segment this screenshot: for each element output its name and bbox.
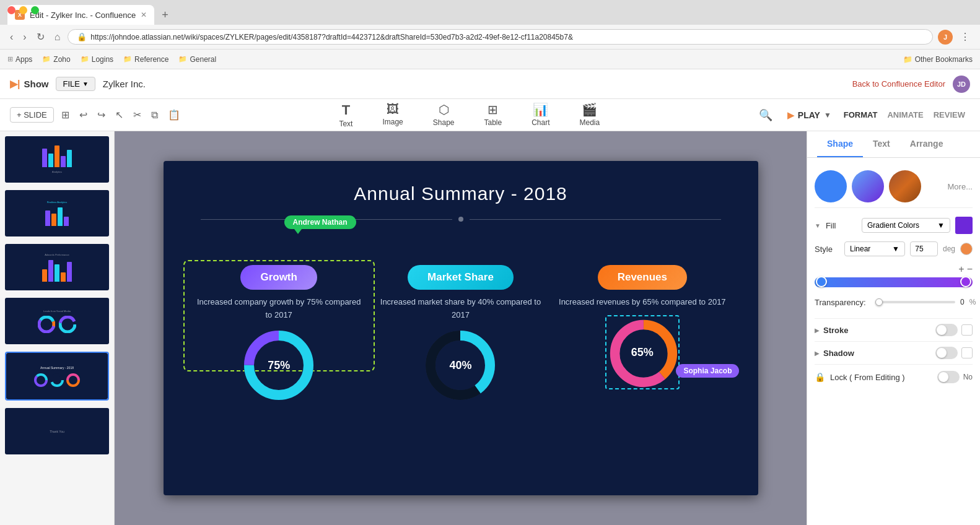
other-bookmarks[interactable]: 📁 Other Bookmarks — [903, 55, 973, 64]
revenue-donut-selected[interactable]: 65% — [605, 315, 680, 389]
format-tab[interactable]: FORMAT — [844, 110, 878, 119]
shadow-toggle[interactable] — [935, 347, 958, 359]
home-button[interactable]: ⌂ — [52, 32, 63, 43]
market-text: Increased market share by 40% compared t… — [376, 296, 545, 322]
gradient-bar[interactable] — [815, 277, 973, 287]
color-dot-picker[interactable] — [960, 243, 973, 255]
lock-label: Lock ( From Editing ) — [830, 373, 937, 382]
bookmark-bar: ⊞ Apps 📁 Zoho 📁 Logins 📁 Reference 📁 Gen… — [0, 50, 980, 69]
slide-thumb-4[interactable]: 4 Realtime Analytics — [5, 190, 109, 236]
slide-thumb-3[interactable]: 3 Analytics — [5, 136, 109, 183]
tab-label: Edit - Zylker Inc. - Confluence — [30, 11, 136, 20]
gradient-add-button[interactable]: + — [958, 264, 964, 275]
color-swatch-blue-grad[interactable] — [852, 170, 884, 202]
stroke-checkbox[interactable] — [961, 324, 973, 336]
add-slide-label: + SLIDE — [17, 110, 47, 119]
bookmark-zoho[interactable]: 📁 Zoho — [42, 55, 70, 64]
animate-tab[interactable]: ANIMATE — [887, 110, 923, 119]
slide-canvas[interactable]: Annual Summary - 2018 Andrew Nathan — [164, 161, 758, 495]
lock-toggle-thumb — [938, 372, 948, 382]
tab-close-button[interactable]: ✕ — [141, 11, 147, 19]
gradient-handle-right[interactable] — [960, 276, 971, 287]
gradient-remove-button[interactable]: − — [967, 264, 973, 275]
annotation-sophia-jacob: Sophia Jacob — [676, 364, 739, 378]
transparency-unit: % — [969, 298, 976, 306]
maximize-window-button[interactable] — [31, 6, 39, 14]
shadow-expand-icon[interactable]: ▶ — [815, 350, 820, 357]
gradient-add-row: + − — [815, 264, 973, 275]
fill-label: Fill — [826, 221, 857, 230]
tab-arrange[interactable]: Arrange — [900, 131, 953, 157]
back-button[interactable]: ‹ — [7, 32, 15, 43]
bookmark-logins[interactable]: 📁 Logins — [81, 55, 113, 64]
shadow-checkbox[interactable] — [961, 347, 973, 358]
close-window-button[interactable] — [7, 6, 15, 14]
style-chevron: ▼ — [892, 245, 899, 253]
format-subtabs: Shape Text Arrange — [807, 131, 980, 158]
right-panel: Shape Text Arrange More... ▼ Fill Gradie… — [807, 131, 980, 525]
lock-toggle[interactable] — [937, 371, 960, 383]
style-value-select[interactable]: Linear ▼ — [844, 241, 905, 256]
degree-input[interactable] — [910, 241, 938, 256]
shape-icon: ⬡ — [439, 102, 449, 117]
market-donut: 40% — [423, 328, 497, 402]
more-colors-link[interactable]: More... — [948, 182, 973, 191]
back-to-editor-button[interactable]: Back to Confluence Editor — [852, 79, 945, 89]
slide-toolbar: + SLIDE ⊞ ↩ ↪ ↖ ✂ ⧉ 📋 T Text 🖼 Image ⬡ S… — [0, 99, 980, 131]
play-button[interactable]: ▶ PLAY ▼ — [780, 106, 839, 124]
chart-tool[interactable]: 📊 Chart — [524, 100, 557, 131]
undo-button[interactable]: ↩ — [77, 106, 90, 123]
cards-row: Growth Increased company growth by 75% c… — [164, 259, 758, 402]
tab-shape[interactable]: Shape — [817, 131, 863, 157]
growth-donut: 75% — [242, 328, 316, 402]
settings-button[interactable]: ⋮ — [958, 31, 973, 43]
copy-button[interactable]: ⧉ — [149, 107, 160, 123]
slide-thumb-6[interactable]: 6 Leads from Social Media — [5, 298, 109, 344]
transparency-slider[interactable] — [875, 301, 955, 303]
review-tab[interactable]: REVIEW — [934, 110, 965, 119]
cut-button[interactable]: ✂ — [131, 106, 144, 123]
paste-button[interactable]: 📋 — [165, 106, 183, 123]
file-menu-button[interactable]: FILE ▼ — [56, 77, 95, 91]
profile-icon[interactable]: J — [938, 30, 953, 45]
layout-button[interactable]: ⊞ — [59, 106, 72, 123]
main-area: 3 Analytics 4 Realtime Analytics — [0, 131, 980, 525]
redo-button[interactable]: ↪ — [95, 106, 108, 123]
minimize-window-button[interactable] — [19, 6, 27, 14]
pointer-button[interactable]: ↖ — [113, 106, 126, 123]
fill-type-select[interactable]: Gradient Colors ▼ — [862, 218, 950, 233]
show-button[interactable]: ▶| Show — [10, 78, 48, 90]
bookmark-apps[interactable]: ⊞ Apps — [7, 55, 32, 64]
forward-button[interactable]: › — [20, 32, 28, 43]
address-bar[interactable]: 🔒 https://johndoe.atlassian.net/wiki/spa… — [68, 29, 933, 45]
add-slide-button[interactable]: + SLIDE — [10, 107, 54, 123]
refresh-button[interactable]: ↻ — [34, 31, 47, 43]
bookmark-general[interactable]: 📁 General — [178, 55, 216, 64]
degree-unit: deg — [943, 245, 955, 253]
color-swatch-blue[interactable] — [815, 170, 847, 202]
table-tool[interactable]: ⊞ Table — [476, 100, 509, 131]
gradient-handle-left[interactable] — [816, 276, 827, 287]
stroke-toggle[interactable] — [935, 324, 958, 336]
fill-expand-icon[interactable]: ▼ — [815, 222, 821, 229]
new-tab-button[interactable]: + — [157, 9, 173, 22]
stroke-label: Stroke — [823, 326, 935, 335]
shape-tool[interactable]: ⬡ Shape — [426, 100, 462, 131]
stroke-toggle-thumb — [937, 325, 947, 335]
color-swatch-wood[interactable] — [889, 170, 921, 202]
fill-color-picker[interactable] — [955, 217, 973, 234]
lock-icon: 🔒 — [815, 372, 825, 382]
text-tool[interactable]: T Text — [331, 100, 360, 131]
slide-thumb-7[interactable]: 7 Annual Summary - 2018 — [5, 352, 109, 401]
folder-icon: 📁 — [42, 55, 51, 63]
image-tool[interactable]: 🖼 Image — [375, 100, 410, 131]
nav-bar: ‹ › ↻ ⌂ 🔒 https://johndoe.atlassian.net/… — [0, 25, 980, 50]
stroke-expand-icon[interactable]: ▶ — [815, 327, 820, 334]
slide-thumb-5[interactable]: 5 Adwords Performance — [5, 244, 109, 290]
bookmark-reference[interactable]: 📁 Reference — [123, 55, 168, 64]
search-canvas-button[interactable]: 🔍 — [756, 106, 775, 124]
slide-thumb-8[interactable]: 8 Thank You — [5, 408, 109, 454]
tab-text[interactable]: Text — [863, 131, 900, 157]
media-tool[interactable]: 🎬 Media — [572, 100, 608, 131]
toolbar-center: T Text 🖼 Image ⬡ Shape ⊞ Table 📊 Chart 🎬… — [188, 100, 751, 131]
